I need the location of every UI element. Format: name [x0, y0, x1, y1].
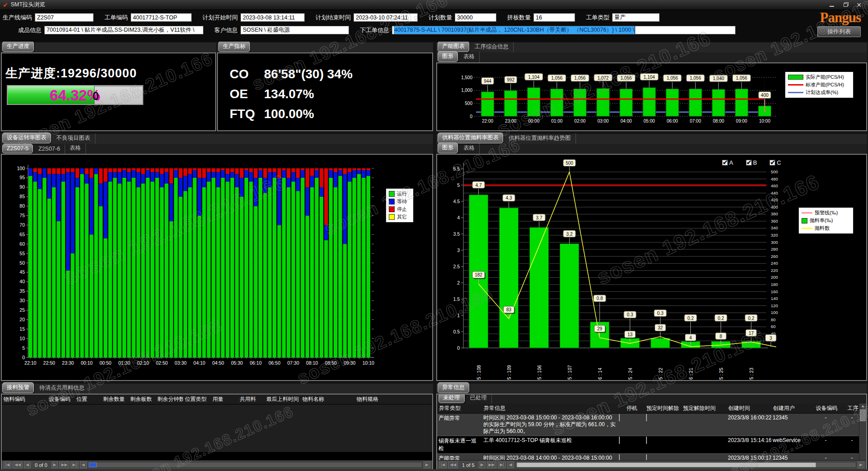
next-page-button[interactable]: ▶ — [479, 461, 486, 468]
subtab-graph[interactable]: 图形 — [438, 143, 458, 153]
col-material-name[interactable]: 物料名称 — [301, 395, 355, 403]
stop-checkbox[interactable] — [619, 414, 620, 421]
next-order-input[interactable]: 40017875-S-ALL \ 70010937(贴片半成品， 120CNL-… — [392, 26, 736, 34]
col-stop-machine[interactable]: 停机 — [618, 404, 645, 412]
col-device-code[interactable]: 设备编码 — [47, 395, 75, 403]
horizontal-scrollbar[interactable] — [515, 462, 856, 468]
plan-qty-input[interactable] — [455, 13, 496, 22]
tab-capacity-chart[interactable]: 产能图表 — [438, 41, 469, 52]
first-page-button[interactable]: |◀ — [439, 461, 447, 468]
vertical-scrollbar[interactable]: ▲ ▼ — [859, 404, 866, 468]
panel-qty-input[interactable] — [533, 13, 575, 22]
product-info-input[interactable] — [44, 26, 203, 34]
fast-prev-button[interactable]: ◀◀ — [448, 461, 458, 468]
workorder-code-input[interactable] — [131, 13, 192, 22]
col-abnormal-info[interactable]: 异常信息 — [482, 405, 618, 412]
col-material-spec[interactable]: 物料规格 — [355, 395, 432, 403]
runrate-tabrow: 设备运转率图表 不良项目图表 — [1, 134, 433, 144]
svg-text:17: 17 — [749, 331, 754, 336]
subtab-table[interactable]: 表格 — [65, 143, 86, 154]
col-remaining-boards[interactable]: 剩余板数 — [128, 395, 156, 403]
scroll-left-button[interactable]: ◀ — [507, 461, 514, 468]
subtab-table[interactable]: 表格 — [459, 143, 480, 154]
cell-presolve — [645, 436, 681, 444]
module-checkbox-b[interactable]: ✔B — [746, 159, 757, 166]
tab-throwrate-trend[interactable]: 供料器位置抛料率趋势图 — [504, 133, 576, 144]
tab-defect-chart[interactable]: 不良项目图表 — [52, 133, 95, 144]
fast-next-button[interactable]: ▶▶ — [59, 461, 69, 468]
scrollbar-thumb[interactable] — [89, 462, 97, 467]
col-last-load-time[interactable]: 最后上料时间 — [264, 395, 301, 403]
svg-text:4: 4 — [457, 215, 460, 220]
line-code-input[interactable] — [35, 13, 94, 22]
horizontal-scrollbar[interactable] — [88, 462, 423, 468]
plan-end-input[interactable] — [354, 13, 418, 22]
svg-text:08:50: 08:50 — [325, 360, 337, 366]
col-material-code[interactable]: 物料编码 — [2, 395, 47, 403]
col-process[interactable]: 工序 — [845, 404, 859, 412]
subtab-table[interactable]: 表格 — [459, 52, 480, 62]
plan-start-input[interactable] — [241, 13, 305, 22]
tab-material-warning[interactable]: 接料预警 — [2, 382, 34, 393]
tab-production-metrics[interactable]: 生产指标 — [218, 41, 250, 52]
fast-prev-button[interactable]: ◀◀ — [13, 461, 23, 468]
svg-text:35: 35 — [19, 288, 25, 294]
tab-production-progress[interactable]: 生产进度 — [2, 41, 34, 52]
order-type-input[interactable] — [612, 13, 660, 22]
actions-list-button[interactable]: 操作列表 — [817, 26, 861, 37]
close-button[interactable]: ✕ — [855, 2, 863, 8]
col-abnormal-type[interactable]: 异常类型 — [437, 404, 482, 412]
last-page-button[interactable]: ▶| — [498, 461, 505, 468]
minimize-button[interactable] — [828, 2, 835, 8]
col-device-code[interactable]: 设备编码 — [807, 404, 845, 412]
col-shared[interactable]: 共用料 — [238, 395, 264, 403]
module-checkbox-a[interactable]: ✔A — [722, 159, 733, 166]
col-scheduled-release-time[interactable]: 预定解除时间 — [681, 404, 726, 412]
svg-text:07:30: 07:30 — [288, 360, 299, 366]
svg-text:22:50: 22:50 — [43, 360, 55, 366]
tab-process-summary[interactable]: 工序综合信息 — [470, 42, 514, 52]
customer-info-input[interactable] — [241, 26, 349, 34]
release-checkbox[interactable] — [646, 414, 647, 421]
subtab-z2s07-6[interactable]: Z2S07-6 — [34, 145, 65, 154]
col-created-user[interactable]: 创建用户 — [771, 404, 807, 412]
module-checkbox-c[interactable]: ✔C — [769, 159, 781, 166]
restore-button[interactable] — [842, 2, 849, 8]
next-page-button[interactable]: ▶ — [52, 461, 58, 468]
release-checkbox[interactable] — [646, 437, 647, 444]
last-page-button[interactable]: ▶| — [71, 461, 78, 468]
fast-next-button[interactable]: ▶▶ — [487, 461, 497, 468]
prev-page-button[interactable]: ◀ — [24, 461, 31, 468]
svg-text:500: 500 — [771, 169, 778, 174]
col-remaining-minutes[interactable]: 剩余分钟数 — [156, 395, 183, 403]
col-created-time[interactable]: 创建时间 — [726, 404, 771, 412]
tab-abnormal-info[interactable]: 异常信息 — [438, 382, 469, 393]
scroll-right-button[interactable]: ▶ — [858, 461, 864, 468]
svg-text:22:00: 22:00 — [482, 119, 493, 124]
col-position[interactable]: 位置 — [75, 395, 101, 403]
subtab-unhandled[interactable]: 未处理 — [439, 394, 465, 403]
scroll-up-button[interactable]: ▲ — [861, 404, 865, 409]
col-scheduled-release[interactable]: 预定时间解除 — [645, 404, 681, 412]
subtab-handled[interactable]: 已处理 — [466, 394, 492, 404]
svg-text:09:30: 09:30 — [344, 360, 355, 366]
throwrate-body: 2040608010012014016018020022024026028030… — [436, 154, 867, 381]
svg-text:29: 29 — [597, 326, 603, 331]
col-position-type[interactable]: 位置类型 — [183, 395, 211, 403]
scroll-right-button[interactable]: ▶ — [424, 461, 430, 468]
col-usage[interactable]: 用量 — [211, 395, 238, 403]
scroll-left-button[interactable]: ◀ — [80, 461, 87, 468]
tab-runrate-chart[interactable]: 设备运转率图表 — [2, 133, 51, 143]
tab-shared-material[interactable]: 待清点共用料信息 — [35, 383, 90, 394]
stop-checkbox[interactable] — [619, 437, 620, 444]
first-page-button[interactable]: |◀ — [4, 461, 11, 468]
tab-throwrate-chart[interactable]: 供料器位置抛料率图表 — [438, 133, 503, 143]
col-remaining-qty[interactable]: 剩余数量 — [101, 395, 128, 403]
scrollbar-thumb[interactable] — [517, 462, 816, 467]
vscroll-track[interactable] — [859, 409, 866, 463]
subtab-z2s07-5[interactable]: Z2S07-5 — [2, 144, 33, 153]
subtab-graph[interactable]: 图形 — [438, 51, 458, 62]
table-row-selected[interactable]: 锡膏板未逐一巡检 工单 40017712-S-TOP 锡膏板未巡检 2023/3… — [437, 436, 859, 454]
table-row[interactable]: 产能异常 时间区间 2023-03-08 15:00:00 - 2023-03-… — [437, 414, 859, 436]
vscroll-thumb[interactable] — [860, 409, 866, 421]
